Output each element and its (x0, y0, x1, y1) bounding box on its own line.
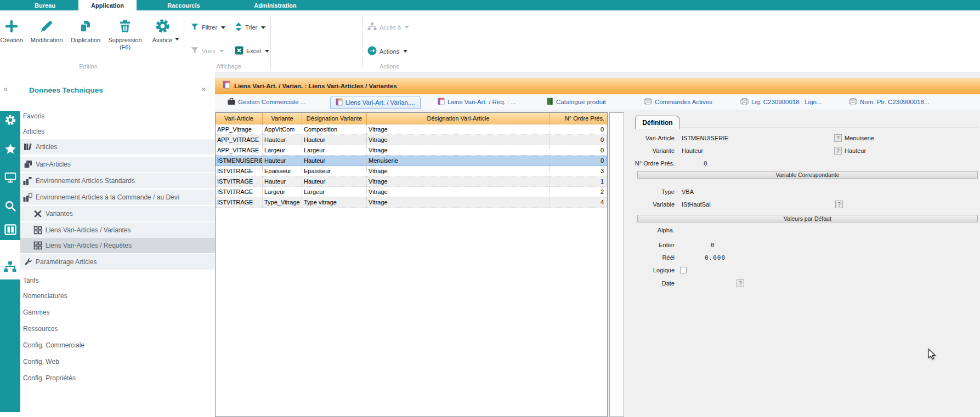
main-document-area: Liens Vari-Art. / Varian. : Liens Vari-A… (215, 72, 980, 417)
variable-help-button[interactable]: ? (835, 201, 843, 208)
ribbon-tab-application[interactable]: Application (78, 0, 137, 10)
vari-article-help-button[interactable]: ? (834, 134, 842, 142)
group-label-affichage: Affichage (204, 63, 253, 70)
doc-tab-liens-vari-art-req[interactable]: Liens Vari-Art. / Req. : ... (438, 95, 516, 108)
entier-label: Entier (625, 242, 675, 248)
suppression-button[interactable]: Suppression(F6) (105, 15, 145, 66)
ribbon-tab-raccourcis[interactable]: Raccourcis (155, 0, 212, 10)
column-header-designation-vari-article[interactable]: Désignation Vari-Article (367, 113, 550, 124)
sidebar-item-env-articles-standards[interactable]: Environnement Articles Standards (20, 173, 215, 188)
hierarchy-icon[interactable] (4, 260, 16, 273)
creation-button[interactable]: Création (0, 15, 25, 66)
doc-tab-commandes-actives[interactable]: Commandes Actives (644, 95, 712, 108)
excel-button[interactable]: Excel (235, 46, 269, 56)
modification-button[interactable]: Modification (29, 15, 65, 66)
type-field[interactable]: VBA (682, 188, 694, 195)
sidebar-item-liens-vari-articles-variantes[interactable]: Liens Vari-Articles / Variantes (20, 222, 215, 238)
ribbon-tab-bureau[interactable]: Bureau (15, 0, 75, 10)
column-header-variante[interactable]: Variante (263, 113, 302, 124)
avance-dropdown-arrow-icon[interactable] (175, 38, 179, 41)
table-row[interactable]: ISTVITRAGELargeurLargeurVitrage2 (216, 187, 607, 197)
monitor-icon[interactable] (4, 171, 16, 184)
logique-checkbox[interactable] (680, 267, 687, 273)
entier-field[interactable]: 0 (711, 242, 715, 249)
wheel-icon[interactable] (4, 113, 16, 126)
content-area: « Données Techniques × Favoris Articles … (0, 72, 980, 417)
doc-tab-liens-vari-art-varian[interactable]: Liens Vari-Art. / Varian.... (330, 96, 421, 109)
sidebar-close-icon[interactable]: × (201, 85, 206, 94)
sidebar-item-ressources[interactable]: Ressources (20, 321, 218, 336)
green-book-icon (546, 98, 553, 106)
vertical-scrollbar[interactable] (609, 112, 624, 417)
column-header-designation-variante[interactable]: Désignation Variante (302, 113, 367, 124)
vari-articles-icon (23, 160, 32, 169)
sidebar-item-config-web[interactable]: Config. Web (20, 354, 218, 369)
printer-icon (740, 98, 749, 106)
printer-icon (644, 98, 652, 106)
sidebar-item-nomenclatures[interactable]: Nomenclatures (20, 288, 218, 304)
sidebar-item-liens-vari-articles-requetes[interactable]: Liens Vari-Articles / Requêtes (20, 238, 228, 253)
sidebar-item-parametrage-articles[interactable]: Paramétrage Articles (20, 254, 215, 270)
sidebar-collapse-button[interactable]: « (3, 84, 8, 93)
vari-articles-grid: Vari-Article Variante Désignation Varian… (215, 112, 608, 417)
ordre-pres-label: N° Ordre Prés. (625, 160, 675, 167)
sidebar-item-favoris[interactable]: Favoris (20, 108, 218, 124)
star-icon[interactable] (4, 142, 16, 155)
sidebar-item-articles-section[interactable]: Articles (20, 124, 218, 139)
sidebar-item-gammes[interactable]: Gammes (20, 305, 218, 320)
group-label-edition: Edition (64, 63, 113, 70)
doc-tab-nom-ptr-c230900018[interactable]: Nom. Ptr. C230900018... (849, 95, 930, 108)
document-title: Liens Vari-Art. / Varian. : Liens Vari-A… (234, 83, 397, 89)
doc-tab-lig-c230900018[interactable]: Lig. C230900018 : Lign... (740, 95, 822, 108)
table-row[interactable]: ISTVITRAGEEpaisseurEpaisseurVitrage3 (216, 166, 607, 176)
sidebar-item-vari-articles[interactable]: Vari-Articles (20, 157, 215, 172)
table-row[interactable]: APP_VITRAGEHauteurHauteurVitrage0 (216, 135, 607, 145)
filtrer-button[interactable]: Filtrer (190, 22, 225, 32)
avance-button[interactable]: Avancé (147, 15, 178, 66)
sidebar-item-config-commerciale[interactable]: Config. Commerciale (20, 338, 218, 353)
columns-icon[interactable] (4, 223, 16, 236)
table-row-selected[interactable]: ISTMENUISERIEHauteurHauteurMenuiserie0 (216, 156, 607, 166)
column-header-vari-article[interactable]: Vari-Article (216, 113, 263, 124)
trier-dropdown-arrow-icon[interactable] (261, 26, 265, 29)
column-header-ordre-pres[interactable]: N° Ordre Prés. (550, 113, 607, 124)
trash-icon (118, 15, 132, 33)
gear-icon (155, 15, 170, 33)
reel-label: Réél (625, 254, 675, 261)
ribbon-tab-administration[interactable]: Administration (240, 0, 311, 10)
excel-dropdown-arrow-icon[interactable] (265, 50, 269, 53)
vues-button[interactable]: Vues (190, 46, 224, 56)
plus-icon (4, 15, 19, 33)
vari-article-field[interactable]: ISTMENUISERIE (682, 135, 729, 141)
copy-icon (78, 15, 93, 33)
sidebar-item-variantes[interactable]: Variantes (20, 206, 215, 221)
table-row[interactable]: ISTVITRAGEHauteurHauteurVitrage1 (216, 176, 607, 187)
variante-help-button[interactable]: ? (834, 147, 842, 155)
search-icon[interactable] (4, 199, 16, 212)
variable-field[interactable]: IStHautSai (682, 201, 711, 208)
table-row[interactable]: APP_VITRAGELargeurLargeurVitrage0 (216, 145, 607, 156)
acces-a-button[interactable]: Accès à (367, 22, 409, 32)
table-row[interactable]: APP_VitrageAppVitComCompositionVitrage0 (216, 124, 607, 135)
building-flag-icon (23, 176, 32, 185)
tab-definition[interactable]: Définition (635, 116, 680, 129)
actions-dropdown-arrow-icon[interactable] (403, 50, 407, 53)
doc-tab-catalogue-produit[interactable]: Catalogue produit (546, 95, 606, 108)
panel-divider (679, 128, 978, 128)
trier-button[interactable]: Trier (235, 22, 265, 32)
ordre-pres-field[interactable]: 0 (704, 160, 708, 167)
sidebar-item-articles[interactable]: Articles (20, 139, 215, 155)
sort-icon (235, 22, 242, 32)
sidebar-item-tarifs[interactable]: Tarifs (20, 273, 218, 288)
actions-button[interactable]: Actions (367, 46, 407, 56)
reel-field[interactable]: 0,000 (705, 254, 726, 261)
duplication-button[interactable]: Duplication (67, 15, 104, 66)
sidebar-item-config-proprietes[interactable]: Config. Propriétés (20, 370, 218, 386)
filtrer-dropdown-arrow-icon[interactable] (221, 26, 225, 29)
variante-field[interactable]: Hauteur (682, 147, 703, 154)
date-help-button[interactable]: ? (737, 279, 744, 287)
wrench-icon (23, 258, 32, 266)
sidebar-item-env-articles-commande[interactable]: Environnement Articles à la Commande / a… (20, 190, 215, 205)
doc-tab-gestion-commerciale[interactable]: Gestion Commerciale ... (228, 95, 305, 108)
table-row[interactable]: ISTVITRAGEType_VitrageType vitrageVitrag… (216, 197, 607, 208)
